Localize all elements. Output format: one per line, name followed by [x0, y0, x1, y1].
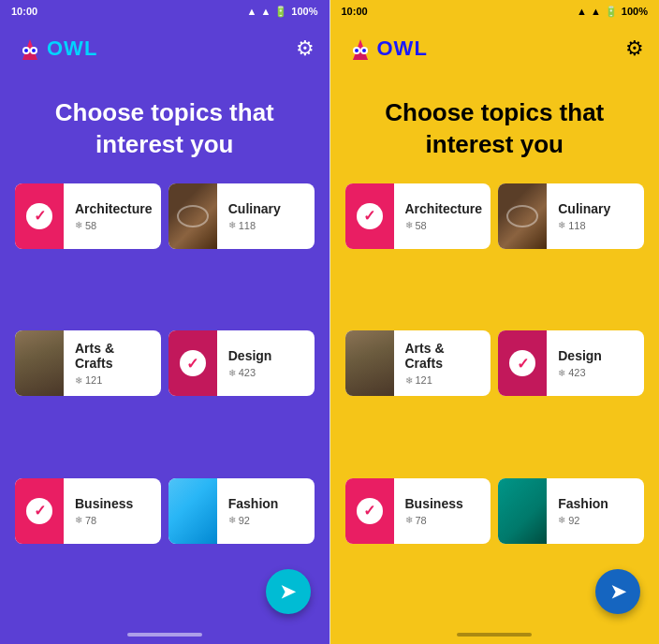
check-circle-design-yellow: ✓ [509, 350, 535, 376]
topic-info-culinary-purple: Culinary ❄ 118 [217, 194, 315, 239]
home-indicator-purple [0, 625, 330, 644]
topic-card-fashion-yellow[interactable]: Fashion ❄ 92 [498, 478, 644, 544]
topic-info-culinary-yellow: Culinary ❄ 118 [547, 194, 644, 239]
check-circle-architecture-yellow: ✓ [357, 203, 383, 229]
check-circle-business-yellow: ✓ [357, 498, 383, 524]
topic-card-culinary-purple[interactable]: Culinary ❄ 118 [168, 183, 315, 249]
battery-icon-purple: 🔋 [274, 6, 287, 18]
topic-card-fashion-purple[interactable]: Fashion ❄ 92 [168, 478, 315, 544]
topic-card-left-architecture-purple: ✓ [15, 183, 64, 249]
topic-count-design-yellow: ❄ 423 [558, 367, 633, 378]
topic-card-left-fashion-purple [168, 478, 217, 544]
topic-card-business-purple[interactable]: ✓ Business ❄ 78 [15, 478, 161, 544]
heading-text-yellow: Choose topics that interest you [353, 97, 637, 161]
topic-card-architecture-purple[interactable]: ✓ Architecture ❄ 58 [15, 183, 161, 249]
battery-pct-purple: 100% [291, 6, 317, 17]
gear-icon-purple[interactable]: ⚙ [296, 37, 315, 61]
topic-info-business-purple: Business ❄ 78 [64, 489, 161, 534]
app-bar-purple: OWL ⚙ [0, 22, 330, 75]
logo-text-purple: OWL [47, 37, 97, 61]
topic-name-culinary-purple: Culinary [228, 201, 303, 216]
fab-purple[interactable]: ➤ [266, 569, 311, 614]
check-circle-design-purple: ✓ [180, 350, 206, 376]
topic-card-arts-yellow[interactable]: Arts & Crafts ❄ 121 [345, 330, 491, 396]
topic-card-left-business-yellow: ✓ [345, 478, 394, 544]
topic-card-architecture-yellow[interactable]: ✓ Architecture ❄ 58 [345, 183, 491, 249]
logo-purple: OWL [15, 34, 97, 64]
topic-card-left-arts-yellow [345, 330, 394, 396]
topic-name-arts-purple: Arts & Crafts [75, 341, 150, 371]
time-yellow: 10:00 [342, 6, 368, 17]
signal-icon-yellow: ▲ [591, 6, 601, 17]
topic-count-business-purple: ❄ 78 [75, 515, 150, 526]
purple-panel: 10:00 ▲ ▲ 🔋 100% OWL ⚙ Choose topics tha… [0, 0, 330, 644]
topic-name-business-yellow: Business [405, 496, 480, 511]
topic-card-business-yellow[interactable]: ✓ Business ❄ 78 [345, 478, 491, 544]
status-bar-purple: 10:00 ▲ ▲ 🔋 100% [0, 0, 330, 22]
topic-count-architecture-purple: ❄ 58 [75, 220, 152, 231]
topic-info-design-yellow: Design ❄ 423 [547, 341, 644, 386]
topic-name-architecture-yellow: Architecture [405, 201, 482, 216]
topic-name-fashion-yellow: Fashion [558, 496, 633, 511]
topic-name-fashion-purple: Fashion [228, 496, 303, 511]
logo-text-yellow: OWL [377, 37, 428, 61]
time-purple: 10:00 [11, 6, 37, 17]
heading-purple: Choose topics that interest you [0, 75, 330, 176]
topic-count-business-yellow: ❄ 78 [405, 515, 480, 526]
fab-arrow-yellow: ➤ [610, 580, 626, 603]
topics-grid-yellow: ✓ Architecture ❄ 58 Culinary ❄ 118 [330, 176, 660, 625]
topic-name-architecture-purple: Architecture [75, 201, 152, 216]
topic-card-design-yellow[interactable]: ✓ Design ❄ 423 [498, 330, 644, 396]
check-mark-architecture-yellow: ✓ [363, 207, 375, 225]
topic-card-left-culinary-purple [168, 183, 217, 249]
home-bar-purple [127, 633, 202, 637]
check-mark-design-yellow: ✓ [517, 355, 529, 373]
check-circle-business-purple: ✓ [26, 498, 52, 524]
svg-point-11 [362, 49, 366, 52]
heading-text-purple: Choose topics that interest you [22, 97, 307, 161]
check-circle-architecture-purple: ✓ [26, 203, 52, 229]
topic-card-design-purple[interactable]: ✓ Design ❄ 423 [168, 330, 315, 396]
topic-count-culinary-yellow: ❄ 118 [558, 220, 633, 231]
check-mark-business-purple: ✓ [34, 502, 46, 520]
topic-card-left-architecture-yellow: ✓ [345, 183, 394, 249]
topic-count-fashion-yellow: ❄ 92 [558, 515, 633, 526]
fab-yellow[interactable]: ➤ [595, 569, 640, 614]
battery-icon-yellow: 🔋 [605, 6, 618, 18]
topic-name-design-yellow: Design [558, 348, 633, 363]
topic-card-left-design-purple: ✓ [168, 330, 217, 396]
topic-card-arts-purple[interactable]: Arts & Crafts ❄ 121 [15, 330, 161, 396]
svg-point-4 [24, 49, 28, 52]
topic-info-design-purple: Design ❄ 423 [217, 341, 315, 386]
check-mark-architecture-purple: ✓ [34, 207, 46, 225]
topic-card-left-design-yellow: ✓ [498, 330, 547, 396]
topics-grid-purple: ✓ Architecture ❄ 58 Culinary ❄ 118 [0, 176, 330, 625]
gear-icon-yellow[interactable]: ⚙ [625, 37, 644, 61]
topic-info-fashion-yellow: Fashion ❄ 92 [547, 489, 644, 534]
battery-pct-yellow: 100% [622, 6, 648, 17]
topic-card-left-culinary-yellow [498, 183, 547, 249]
topic-name-arts-yellow: Arts & Crafts [405, 341, 480, 371]
topic-info-architecture-purple: Architecture ❄ 58 [64, 194, 161, 239]
topic-card-left-fashion-yellow [498, 478, 547, 544]
owl-logo-icon-yellow [345, 34, 375, 64]
wifi-icon-yellow: ▲ [577, 6, 587, 17]
topic-info-business-yellow: Business ❄ 78 [394, 489, 491, 534]
svg-point-10 [355, 49, 359, 52]
count-icon-1: ❄ [75, 220, 82, 230]
topic-count-fashion-purple: ❄ 92 [228, 515, 303, 526]
topic-info-architecture-yellow: Architecture ❄ 58 [394, 194, 491, 239]
home-indicator-yellow [330, 625, 660, 644]
topic-info-fashion-purple: Fashion ❄ 92 [217, 489, 315, 534]
topic-name-design-purple: Design [228, 348, 303, 363]
topic-count-arts-yellow: ❄ 121 [405, 374, 480, 386]
home-bar-yellow [457, 633, 532, 637]
topic-name-culinary-yellow: Culinary [558, 201, 633, 216]
topic-name-business-purple: Business [75, 496, 150, 511]
svg-point-5 [32, 49, 36, 52]
topic-info-arts-yellow: Arts & Crafts ❄ 121 [394, 333, 491, 393]
topic-card-culinary-yellow[interactable]: Culinary ❄ 118 [498, 183, 644, 249]
topic-info-arts-purple: Arts & Crafts ❄ 121 [64, 333, 161, 393]
owl-logo-icon-purple [15, 34, 45, 64]
topic-count-culinary-purple: ❄ 118 [228, 220, 303, 231]
